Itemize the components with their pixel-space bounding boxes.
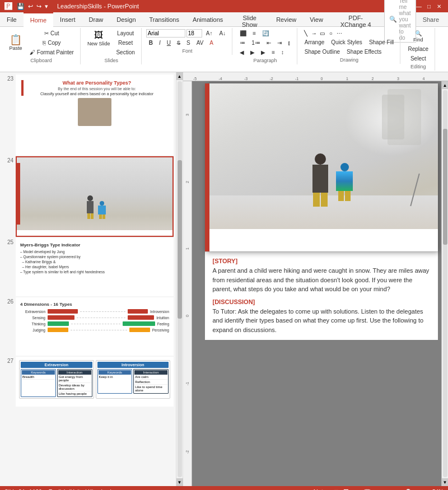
increase-indent-btn[interactable]: ⇥ (274, 39, 284, 47)
quick-styles-btn[interactable]: Quick Styles (328, 38, 365, 46)
bullets-btn[interactable]: ≔ (237, 39, 248, 47)
shape-rect[interactable]: ▭ (319, 29, 326, 37)
slide-number-26: 26 (2, 297, 13, 305)
shape-arrow[interactable]: → (310, 29, 318, 37)
decrease-font-btn[interactable]: A↓ (216, 29, 228, 38)
slide-thumb-25[interactable]: Myers-Briggs Type Indicator – Model deve… (16, 238, 174, 296)
col1-kw: Breadth (22, 375, 55, 380)
bold-btn[interactable]: B (146, 39, 156, 47)
title-bar-left: 🅿 💾 ↩ ↪ ▾ LeadershipSkills - PowerPoint (4, 2, 139, 11)
font-color-btn[interactable]: A (207, 39, 216, 47)
slide-23-content: Classify yourself and others based on a … (26, 92, 168, 96)
select-btn[interactable]: Select (405, 54, 431, 63)
view-outline-btn[interactable]: ☰ (343, 488, 349, 491)
canvas-scrollbar[interactable]: ▲ ▼ (441, 81, 448, 486)
status-bar: Slide 24 of 129 English (United Kingdom)… (0, 486, 448, 490)
tab-slideshow[interactable]: Slide Show (230, 12, 269, 26)
maximize-btn[interactable]: □ (424, 2, 433, 11)
tab-design[interactable]: Design (110, 12, 142, 26)
copy-btn[interactable]: ⎘ Copy (27, 39, 77, 47)
font-size-input[interactable] (186, 29, 202, 38)
convert-smartart-btn[interactable]: 🔄 (259, 29, 272, 38)
strikethrough-btn[interactable]: S̶ (174, 39, 183, 47)
line-spacing-btn[interactable]: ↕ (278, 48, 287, 57)
view-normal-btn[interactable]: ⊞ (334, 488, 339, 491)
shape-outline-btn[interactable]: Shape Outline (302, 48, 343, 56)
tab-insert[interactable]: Insert (53, 12, 82, 26)
shadow-btn[interactable]: S (184, 39, 193, 47)
slide-thumb-23[interactable]: What are Personality Types? By the end o… (16, 74, 174, 155)
tab-review[interactable]: Review (269, 12, 303, 26)
shape-line[interactable]: ╲ (302, 29, 310, 37)
quick-access-more[interactable]: ▾ (44, 3, 49, 10)
canvas-scroll-down[interactable]: ▼ (442, 478, 449, 486)
new-slide-btn[interactable]: 🖼 New Slide (85, 29, 113, 48)
paste-btn[interactable]: 📋 Paste (6, 34, 26, 52)
slide-thumb-26[interactable]: 4 Dimensions - 16 Types Extraversion Int… (16, 297, 174, 356)
save-quick-btn[interactable]: 💾 (16, 3, 26, 10)
tab-transitions[interactable]: Transitions (143, 12, 186, 26)
decrease-indent-btn[interactable]: ⇤ (264, 39, 274, 47)
tab-home[interactable]: Home (24, 12, 53, 27)
slide-number-23: 23 (2, 74, 13, 82)
align-left-btn[interactable]: ◀ (237, 48, 247, 57)
slide-thumb-27[interactable]: Extraversion Keywords Breadth Interactio… (16, 357, 174, 407)
increase-font-btn[interactable]: A↑ (203, 29, 216, 38)
scroll-up-btn[interactable]: ▲ (176, 72, 183, 80)
view-reading-btn[interactable]: 📖 (363, 488, 371, 491)
view-slide-btn[interactable]: ▭ (353, 488, 359, 491)
powerpoint-icon: 🅿 (4, 2, 12, 11)
underline-btn[interactable]: U (164, 39, 174, 47)
window-controls: — □ ✕ (414, 2, 444, 11)
col1-header: Extraversion (21, 362, 92, 368)
col1-like: Like having people (58, 391, 91, 396)
shape-oval[interactable]: ○ (327, 29, 335, 37)
tab-view[interactable]: View (303, 12, 330, 26)
canvas-scroll-up[interactable]: ▲ (442, 81, 449, 89)
find-btn[interactable]: 🔍 Find (405, 29, 431, 44)
slide-panel[interactable]: 23 What are Personality Types? By the en… (0, 72, 176, 486)
slide-thumb-24[interactable] (16, 156, 174, 237)
text-direction-btn[interactable]: ⬛ (237, 29, 249, 38)
replace-btn[interactable]: Replace (405, 45, 431, 53)
format-painter-btn[interactable]: 🖌 Format Painter (27, 48, 77, 57)
tab-draw[interactable]: Draw (82, 12, 110, 26)
view-slideshow-btn[interactable]: ▶ (376, 488, 380, 491)
font-name-input[interactable] (146, 29, 185, 38)
shape-effects-btn[interactable]: Shape Effects (344, 48, 384, 56)
col1-int: Get energy from people (58, 375, 91, 383)
col2-ref: Reflection (134, 380, 167, 385)
undo-btn[interactable]: ↩ (27, 3, 34, 10)
slide-item-24: 24 (2, 156, 174, 237)
discussion-text: To Tutor: Ask the delegates to come up w… (213, 307, 430, 335)
discussion-title: [DISCUSSION] (213, 298, 430, 305)
slide-panel-scrollbar[interactable]: ▲ ▼ (176, 72, 183, 486)
tab-file[interactable]: File (0, 12, 24, 26)
scroll-down-btn[interactable]: ▼ (176, 478, 183, 486)
tab-pdfxchange[interactable]: PDF-XChange 4 (330, 12, 382, 26)
justify-btn[interactable]: ≡ (269, 48, 278, 57)
italic-btn[interactable]: I (156, 39, 164, 47)
close-btn[interactable]: ✕ (435, 2, 444, 11)
tab-animations[interactable]: Animations (186, 12, 230, 26)
share-btn[interactable]: Share (418, 15, 444, 24)
layout-btn[interactable]: Layout (113, 29, 137, 38)
ribbon-group-paragraph: ⬛ ≡ 🔄 ≔ 1≔ ⇤ ⇥ ⫿ ◀ ▶ ▶ ≡ ↕ (234, 28, 297, 64)
ribbon-content: 📋 Paste ✂ Cut ⎘ Copy 🖌 Format Painter Cl… (0, 27, 448, 72)
arrange-btn[interactable]: Arrange (302, 38, 328, 46)
search-icon: 🔍 (389, 16, 397, 23)
align-center-btn[interactable]: ▶ (248, 48, 258, 57)
cut-btn[interactable]: ✂ Cut (27, 29, 77, 38)
char-spacing-btn[interactable]: AV (194, 39, 207, 47)
main-slide[interactable] (205, 83, 438, 251)
shape-more[interactable]: ⋯ (335, 29, 343, 37)
numbering-btn[interactable]: 1≔ (249, 39, 263, 47)
columns-btn[interactable]: ⫿ (285, 39, 293, 47)
find-icon: 🔍 (415, 30, 422, 36)
align-right-btn[interactable]: ▶ (258, 48, 268, 57)
redo-btn[interactable]: ↪ (35, 3, 43, 10)
section-btn[interactable]: Section (113, 48, 137, 57)
reset-btn[interactable]: Reset (113, 39, 137, 47)
shape-fill-btn[interactable]: Shape Fill (366, 38, 396, 46)
align-text-btn[interactable]: ≡ (250, 29, 259, 38)
